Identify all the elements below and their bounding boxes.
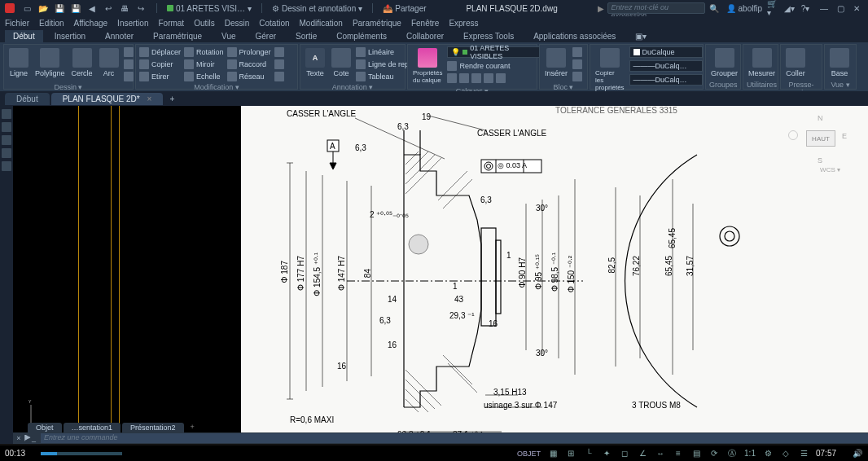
cmd-close-icon[interactable]: ×: [13, 434, 24, 442]
status-osnap-icon[interactable]: ◻: [619, 448, 630, 459]
status-dyn-icon[interactable]: ↔: [655, 448, 666, 459]
tool-icon[interactable]: [274, 46, 284, 57]
extend-button[interactable]: Prolonger: [227, 46, 271, 57]
panel-title-bloc[interactable]: Bloc ▾: [543, 81, 584, 91]
block-tool-icon[interactable]: [572, 71, 582, 81]
status-objet[interactable]: OBJET: [517, 450, 541, 458]
status-gear-icon[interactable]: ⚙: [762, 448, 774, 459]
tab-complements[interactable]: Compléments: [328, 30, 395, 42]
panel-title-pressepapiers[interactable]: Presse-papiers: [784, 79, 818, 91]
status-track-icon[interactable]: ∠: [637, 448, 648, 459]
panel-title-annotation[interactable]: Annotation ▾: [304, 81, 401, 91]
menu-edition[interactable]: Edition: [39, 19, 64, 28]
drawing-canvas[interactable]: CASSER L'ANGLE CASSER L'ANGLE TOLERANCE …: [241, 106, 868, 432]
stretch-button[interactable]: Etirer: [139, 71, 181, 81]
fillet-button[interactable]: Raccord: [227, 59, 271, 69]
palette-icon[interactable]: [2, 109, 11, 119]
layer-dropdown[interactable]: 💡 01 ARETES VISIBLES: [447, 46, 545, 58]
status-cycle-icon[interactable]: ⟳: [708, 448, 720, 459]
palette-icon[interactable]: [2, 161, 11, 171]
panel-title-modification[interactable]: Modification ▾: [139, 81, 294, 91]
tab-applications[interactable]: Applications associées: [525, 30, 624, 42]
measure-button[interactable]: Mesurer: [747, 46, 777, 79]
layer-tool-icon[interactable]: [471, 73, 481, 83]
panel-title-vue[interactable]: Vue ▾: [828, 79, 853, 89]
status-ortho-icon[interactable]: └: [583, 448, 594, 459]
layer-tool-icon[interactable]: [484, 73, 493, 83]
menu-affichage[interactable]: Affichage: [74, 19, 108, 28]
workspace-dropdown[interactable]: ⚙ Dessin et annotation ▾: [272, 4, 362, 13]
tool-icon[interactable]: [124, 71, 134, 81]
menu-fichier[interactable]: Fichier: [5, 19, 29, 28]
help-search-input[interactable]: Entrez mot-clé ou expression: [607, 2, 705, 14]
model-space[interactable]: YX: [13, 106, 868, 444]
redo2-icon[interactable]: ↪: [135, 2, 147, 14]
polyline-button[interactable]: Polyligne: [33, 46, 67, 79]
status-grid-icon[interactable]: ▦: [547, 448, 559, 459]
tab-focus[interactable]: ▣▾: [627, 30, 655, 42]
linetype-dropdown[interactable]: ———DuCalq…: [629, 74, 703, 86]
open-icon[interactable]: 📂: [37, 2, 49, 14]
save-icon[interactable]: 💾: [54, 2, 65, 14]
add-layout-button[interactable]: +: [186, 423, 199, 432]
menu-outils[interactable]: Outils: [194, 19, 215, 28]
undo-icon[interactable]: ◀: [86, 2, 98, 14]
panel-title-utilitaires[interactable]: Utilitaires ▾: [747, 79, 774, 91]
plot-icon[interactable]: 🖶: [119, 2, 130, 14]
menu-modification[interactable]: Modification: [300, 19, 343, 28]
tool-icon[interactable]: [124, 59, 134, 69]
layer-tool-icon[interactable]: [447, 73, 457, 83]
tab-debut[interactable]: Début: [5, 30, 43, 42]
doc-tab-active[interactable]: PLAN FLASQUE 2D* ×: [51, 93, 164, 105]
tab-annoter[interactable]: Annoter: [97, 30, 142, 42]
tool-icon[interactable]: [274, 59, 284, 69]
layout-tab-model[interactable]: Objet: [28, 423, 62, 432]
compass-icon[interactable]: [788, 130, 798, 140]
user-menu[interactable]: 👤 abolfip: [726, 4, 762, 13]
minimize-icon[interactable]: —: [818, 2, 831, 14]
make-current-button[interactable]: Rendre courant: [447, 60, 545, 71]
layer-tool-icon[interactable]: [459, 73, 469, 83]
scale-button[interactable]: Echelle: [184, 71, 224, 81]
paste-button[interactable]: Coller: [784, 46, 807, 79]
menu-insertion[interactable]: Insertion: [117, 19, 148, 28]
tab-expresstools[interactable]: Express Tools: [455, 30, 522, 42]
status-snap-icon[interactable]: ⊞: [565, 448, 576, 459]
add-tab-button[interactable]: +: [164, 94, 179, 103]
tab-vue[interactable]: Vue: [213, 30, 243, 42]
tab-sortie[interactable]: Sortie: [287, 30, 325, 42]
status-polar-icon[interactable]: ✦: [601, 448, 612, 459]
insert-block-button[interactable]: Insérer: [543, 46, 569, 79]
command-input[interactable]: Entrez une commande: [41, 433, 868, 443]
doc-tab-start[interactable]: Début: [5, 93, 50, 105]
tool-icon[interactable]: [124, 46, 134, 57]
layer-props-button[interactable]: Propriétés du calque: [411, 46, 444, 86]
panel-title-calques[interactable]: Calques ▾: [411, 86, 533, 91]
layer-tool-icon[interactable]: [496, 73, 506, 83]
group-button[interactable]: Grouper: [709, 46, 739, 79]
lineweight-dropdown[interactable]: ———DuCalq…: [629, 60, 703, 72]
close-icon[interactable]: ✕: [850, 2, 863, 14]
circle-button[interactable]: Cercle: [70, 46, 94, 79]
edit-block-button[interactable]: [572, 46, 582, 57]
palette-icon[interactable]: [2, 148, 11, 158]
close-tab-icon[interactable]: ×: [147, 94, 152, 103]
array-button[interactable]: Réseau: [227, 71, 271, 81]
status-iso-icon[interactable]: ◇: [780, 448, 791, 459]
menu-format[interactable]: Format: [158, 19, 184, 28]
dim-button[interactable]: Cote: [330, 46, 353, 79]
status-lw-icon[interactable]: ≡: [673, 448, 684, 459]
tab-gerer[interactable]: Gérer: [248, 30, 285, 42]
panel-title-groupes[interactable]: Groupes ▾: [709, 79, 737, 91]
mirror-button[interactable]: Miroir: [184, 59, 224, 69]
status-anno-icon[interactable]: Ⓐ: [726, 448, 738, 459]
viewcube-face[interactable]: HAUT: [806, 130, 835, 147]
redo-icon[interactable]: ↩: [103, 2, 114, 14]
qat-layer-dropdown[interactable]: 01 ARETES VISI…▾: [167, 4, 252, 13]
video-progress[interactable]: [41, 452, 122, 455]
color-dropdown[interactable]: DuCalque: [629, 46, 703, 58]
app-logo[interactable]: [5, 3, 15, 13]
menu-express[interactable]: Express: [449, 19, 478, 28]
wcs-label[interactable]: WCS ▾: [820, 166, 840, 173]
tool-icon[interactable]: [274, 71, 284, 81]
